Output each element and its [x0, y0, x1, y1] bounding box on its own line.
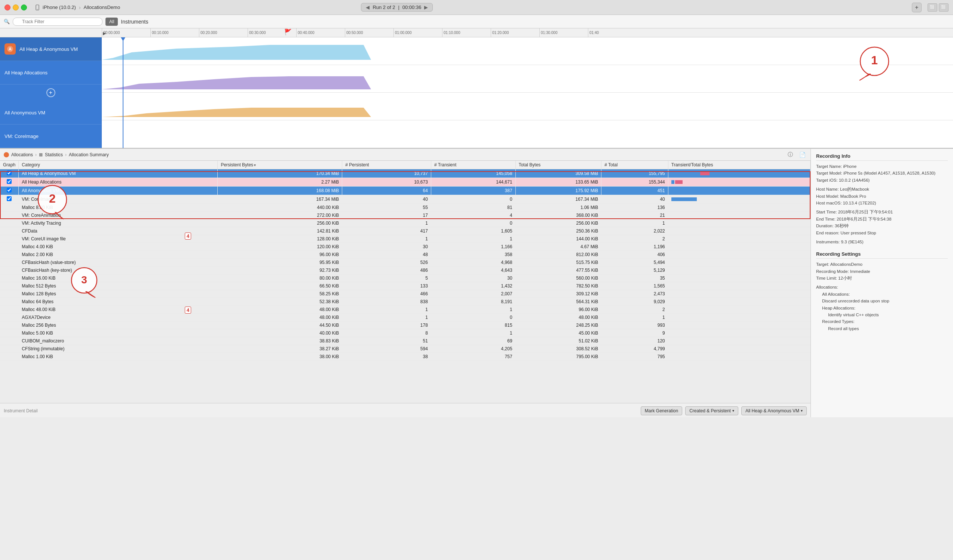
category-cell[interactable]: Malloc 8.00 KiB	[19, 204, 218, 212]
run-label: Run 2 of 2	[373, 5, 395, 10]
category-cell[interactable]: CFData	[19, 227, 218, 235]
table-row[interactable]: VM: CoreImage167.34 MiB400167.34 MiB40	[0, 195, 810, 204]
table-row[interactable]: Malloc 16.00 KiB80.00 KiB530560.00 KiB35	[0, 274, 810, 282]
add-button[interactable]: +	[912, 3, 922, 12]
category-cell[interactable]: Malloc 4.00 KiB	[19, 243, 218, 251]
table-row[interactable]: Malloc 5.00 KiB40.00 KiB8145.00 KiB9	[0, 330, 810, 337]
graph-checkbox[interactable]	[7, 196, 12, 201]
th-persistent-bytes[interactable]: Persistent Bytes▼	[218, 161, 342, 169]
table-row[interactable]: VM: Activity Tracing256.00 KiB10256.00 K…	[0, 220, 810, 227]
th-category[interactable]: Category	[19, 161, 218, 169]
next-run-button[interactable]: ▶	[424, 5, 428, 10]
track-icon-allheap: A	[5, 43, 16, 54]
persistent-bytes-cell: 48.00 KiB	[218, 314, 342, 322]
category-cell[interactable]: Malloc 2.00 KiB	[19, 251, 218, 259]
graph-checkbox[interactable]	[7, 170, 12, 175]
category-cell[interactable]: VM: CoreUI image file	[19, 235, 218, 243]
track-filter-input[interactable]	[13, 17, 102, 26]
table-row[interactable]: CFBasicHash (value-store)95.95 KiB5264,9…	[0, 259, 810, 266]
tile-left-button[interactable]: ⬜	[928, 3, 937, 12]
fullscreen-button[interactable]	[21, 5, 27, 11]
category-cell[interactable]: Malloc 5.00 KiB	[19, 330, 218, 337]
close-button[interactable]	[5, 5, 11, 11]
table-row[interactable]: CFBasicHash (key-store)92.73 KiB4864,643…	[0, 266, 810, 274]
table-row[interactable]: Malloc 512 Bytes66.50 KiB1331,432782.50 …	[0, 282, 810, 290]
minimize-button[interactable]	[13, 5, 19, 11]
category-cell[interactable]: Malloc 64 Bytes	[19, 298, 218, 306]
table-row[interactable]: All Heap Allocations2.27 MiB10,673144,67…	[0, 178, 810, 187]
category-cell[interactable]: VM: CoreAnimation	[19, 212, 218, 220]
graph-cell	[0, 306, 19, 314]
graph-checkbox[interactable]	[7, 179, 12, 184]
breadcrumb-allocations[interactable]: Allocations	[11, 152, 33, 158]
bar-blue	[671, 180, 674, 184]
track-coreimage[interactable]: VM: CoreImage	[0, 124, 101, 148]
persistent-bytes-cell: 256.00 KiB	[218, 220, 342, 227]
category-cell[interactable]: All Anonymous VM	[19, 187, 218, 195]
table-row[interactable]: All Heap & Anonymous VM170.34 MiB10,7371…	[0, 169, 810, 178]
table-row[interactable]: AGXA7Device48.00 KiB1048.00 KiB1	[0, 314, 810, 322]
table-row[interactable]: Malloc 256 Bytes44.50 KiB178815248.25 Ki…	[0, 322, 810, 330]
breadcrumb-allocation-summary[interactable]: Allocation Summary	[69, 152, 109, 158]
category-cell[interactable]: Malloc 256 Bytes	[19, 322, 218, 330]
category-cell[interactable]: VM: Activity Tracing	[19, 220, 218, 227]
category-cell[interactable]: Malloc 128 Bytes	[19, 290, 218, 298]
num-total-cell: 1	[601, 314, 668, 322]
prev-run-button[interactable]: ◀	[366, 5, 369, 10]
category-cell[interactable]: CFString (immutable)	[19, 345, 218, 353]
bar-container	[671, 197, 807, 201]
table-row[interactable]: CFString (immutable)38.27 KiB5944,205308…	[0, 345, 810, 353]
th-num-persistent[interactable]: # Persistent	[342, 161, 431, 169]
table-row[interactable]: CFData142.81 KiB4171,605250.36 KiB2,022	[0, 227, 810, 235]
th-total-bytes[interactable]: Total Bytes	[515, 161, 601, 169]
created-persistent-button[interactable]: Created & Persistent ▾	[685, 406, 738, 415]
export-button[interactable]: 📄	[798, 150, 807, 159]
category-cell[interactable]: CFBasicHash (value-store)	[19, 259, 218, 266]
table-row[interactable]: VM: CoreAnimation272.00 KiB174368.00 KiB…	[0, 212, 810, 220]
category-cell[interactable]: CFBasicHash (key-store)	[19, 266, 218, 274]
table-row[interactable]: Malloc 1.00 KiB38.00 KiB38757795.00 KiB7…	[0, 353, 810, 361]
table-row[interactable]: Malloc 48.00 KiB48.00 KiB1196.00 KiB2	[0, 306, 810, 314]
category-cell[interactable]: All Heap Allocations	[19, 178, 218, 187]
breadcrumb-statistics[interactable]: Statistics	[45, 152, 63, 158]
table-row[interactable]: All Anonymous VM168.08 MiB64387175.92 Mi…	[0, 187, 810, 195]
graph-checkbox[interactable]	[7, 188, 12, 192]
all-filter-button[interactable]: All	[106, 17, 118, 26]
num-persistent-cell: 417	[342, 227, 431, 235]
category-cell[interactable]: VM: CoreImage	[19, 195, 218, 204]
category-cell[interactable]: AGXA7Device	[19, 314, 218, 322]
add-track-button[interactable]: +	[47, 88, 55, 97]
category-cell[interactable]: Malloc 512 Bytes	[19, 282, 218, 290]
category-cell[interactable]: Malloc 1.00 KiB	[19, 353, 218, 361]
info-button[interactable]: ⓘ	[786, 150, 795, 159]
mark-generation-button[interactable]: Mark Generation	[641, 406, 682, 415]
table-row[interactable]: CUIBOM_malloczero38.83 KiB516951.02 KiB1…	[0, 337, 810, 345]
track-all-heap-alloc[interactable]: All Heap Allocations	[0, 61, 101, 85]
tile-right-button[interactable]: ⬜	[939, 3, 948, 12]
ruler-tick: 00:50.000	[345, 28, 393, 37]
all-heap-button[interactable]: All Heap & Anonymous VM ▾	[741, 406, 807, 415]
graph-cell	[0, 314, 19, 322]
table-row[interactable]: Malloc 64 Bytes52.38 KiB8388,191564.31 K…	[0, 298, 810, 306]
total-bytes-cell: 560.00 KiB	[515, 274, 601, 282]
th-num-total[interactable]: # Total	[601, 161, 668, 169]
settings-cpp-row: Identify virtual C++ objects	[828, 311, 948, 318]
persistent-bytes-cell: 168.08 MiB	[218, 187, 342, 195]
transient-total-cell	[668, 345, 810, 353]
th-num-transient[interactable]: # Transient	[431, 161, 515, 169]
table-scroll[interactable]: Graph Category Persistent Bytes▼ # Persi…	[0, 161, 810, 403]
num-total-cell: 2	[601, 306, 668, 314]
category-cell[interactable]: CUIBOM_malloczero	[19, 337, 218, 345]
th-transient-total[interactable]: Transient/Total Bytes	[668, 161, 810, 169]
category-cell[interactable]: All Heap & Anonymous VM	[19, 169, 218, 178]
table-row[interactable]: Malloc 128 Bytes58.25 KiB4662,007309.12 …	[0, 290, 810, 298]
table-row[interactable]: Malloc 2.00 KiB96.00 KiB48358812.00 KiB4…	[0, 251, 810, 259]
track-all-heap-anonymous[interactable]: A All Heap & Anonymous VM	[0, 37, 101, 61]
track-anonymous-vm[interactable]: All Anonymous VM	[0, 101, 101, 124]
category-cell[interactable]: Malloc 48.00 KiB	[19, 306, 218, 314]
end-time-row: End Time: 2018年6月25日 下午9:54:38	[816, 216, 948, 223]
table-row[interactable]: Malloc 8.00 KiB440.00 KiB55811.06 MiB136	[0, 204, 810, 212]
category-cell[interactable]: Malloc 16.00 KiB	[19, 274, 218, 282]
table-row[interactable]: VM: CoreUI image file128.00 KiB11144.00 …	[0, 235, 810, 243]
table-row[interactable]: Malloc 4.00 KiB120.00 KiB301,1664.67 MiB…	[0, 243, 810, 251]
